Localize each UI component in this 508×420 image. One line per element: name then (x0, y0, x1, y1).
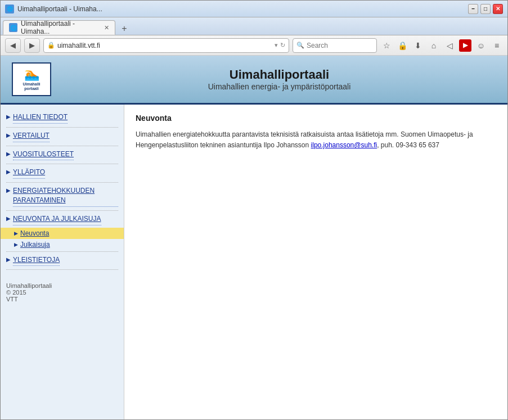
nav-link-hallien-tiedot[interactable]: HALLIEN TIEDOT (13, 112, 68, 124)
download-icon[interactable]: ⬇ (412, 39, 424, 52)
nav-divider-5 (6, 210, 118, 211)
search-bar-container: 🔍 (293, 38, 377, 53)
tab-label: Uimahalliportaali - Uimaha... (21, 20, 101, 35)
sidebar-sub-item-neuvonta[interactable]: ▶ Neuvonta (1, 228, 124, 239)
back-button[interactable]: ◀ (5, 38, 21, 53)
main-layout: ▶ HALLIEN TIEDOT ▶ VERTAILUT ▶ VUOSITULO… (1, 105, 507, 419)
content-text-part2: , puh. 09-343 65 637 (377, 141, 439, 149)
title-bar: 🌐 Uimahalliportaali - Uimaha... – □ ✕ (1, 1, 507, 17)
dropdown-arrow-icon[interactable]: ▾ (275, 42, 278, 49)
menu-icon[interactable]: ≡ (491, 39, 503, 52)
tab-0[interactable]: 🌐 Uimahalliportaali - Uimaha... ✕ (3, 20, 115, 35)
email-link[interactable]: ilpo.johansson@suh.fi (311, 141, 377, 149)
footer-author: VTT (6, 296, 118, 302)
site-title: Uimahalliportaali (62, 67, 496, 82)
minimize-button[interactable]: – (468, 4, 478, 14)
bookmark-icon[interactable]: ☆ (380, 39, 393, 52)
window-title: Uimahalliportaali - Uimaha... (17, 5, 102, 13)
site-title-area: Uimahalliportaali Uimahallien energia- j… (62, 67, 496, 91)
nav-divider-3 (6, 164, 118, 164)
address-input[interactable] (57, 42, 272, 49)
maximize-button[interactable]: □ (480, 4, 491, 14)
sub-link-neuvonta[interactable]: Neuvonta (20, 229, 49, 237)
logo-text: 🏊 Uimahalliportaali (23, 67, 40, 91)
navigation-bar: ◀ ▶ 🔒 ▾ ↻ 🔍 ☆ 🔒 ⬇ ⌂ ◁ ▶ ☺ ≡ (1, 35, 507, 56)
title-bar-left: 🌐 Uimahalliportaali - Uimaha... (5, 4, 102, 13)
sidebar-item-yllapito[interactable]: ▶ YLLÄPITO (1, 165, 124, 181)
site-logo: 🏊 Uimahalliportaali (12, 62, 51, 96)
home-icon[interactable]: ⌂ (428, 39, 440, 52)
sub-arrow-icon: ▶ (14, 231, 18, 236)
nav-divider-1 (6, 127, 118, 128)
sidebar-item-yleistietoja[interactable]: ▶ YLEISTIETOJA (1, 253, 124, 269)
refresh-icon[interactable]: ↻ (280, 42, 285, 49)
sidebar-item-vuositulosteet[interactable]: ▶ VUOSITULOSTEET (1, 147, 124, 163)
tab-bar: 🌐 Uimahalliportaali - Uimaha... ✕ + (1, 17, 507, 35)
sidebar: ▶ HALLIEN TIEDOT ▶ VERTAILUT ▶ VUOSITULO… (1, 105, 124, 419)
red-button-icon[interactable]: ▶ (459, 39, 471, 52)
site-subtitle: Uimahallien energia- ja ympäristöportaal… (62, 82, 496, 91)
footer-copyright: © 2015 (6, 289, 118, 296)
main-content: Neuvonta Uimahallien energiatehokkuutta … (124, 105, 507, 419)
nav-arrow-icon: ▶ (6, 114, 11, 120)
nav-divider-7 (6, 269, 118, 270)
smiley-icon[interactable]: ☺ (475, 39, 487, 52)
search-icon: 🔍 (296, 42, 304, 49)
nav-link-vuositulosteet[interactable]: VUOSITULOSTEET (13, 150, 74, 161)
footer-brand: Uimahalliportaali (6, 282, 118, 289)
sub-link-julkaisuja[interactable]: Julkaisuja (20, 241, 50, 249)
security-icon[interactable]: 🔒 (396, 39, 408, 52)
nav-arrow-icon: ▶ (6, 132, 11, 138)
content-title: Neuvonta (136, 114, 496, 123)
nav-arrow-icon: ▶ (6, 187, 11, 193)
tab-close-button[interactable]: ✕ (104, 24, 109, 31)
logo-label: Uimahalliportaali (23, 82, 40, 92)
nav-arrow-icon: ▶ (6, 215, 11, 222)
sidebar-footer: Uimahalliportaali © 2015 VTT (1, 276, 124, 309)
sidebar-sub-item-julkaisuja[interactable]: ▶ Julkaisuja (1, 239, 124, 250)
close-button[interactable]: ✕ (493, 4, 503, 14)
sub-arrow-icon: ▶ (14, 242, 18, 247)
nav-link-energiatehokkuuden-parantaminen[interactable]: ENERGIATEHOKKUUDEN PARANTAMINEN (13, 186, 118, 207)
sidebar-item-neuvonta-ja-julkaisuja[interactable]: ▶ NEUVONTA JA JULKAISUJA (1, 212, 124, 228)
tab-favicon: 🌐 (9, 23, 17, 32)
address-bar-container: 🔒 ▾ ↻ (43, 38, 289, 53)
nav-link-vertailut[interactable]: VERTAILUT (13, 131, 50, 142)
new-tab-button[interactable]: + (118, 22, 131, 35)
browser-content: 🏊 Uimahalliportaali Uimahalliportaali Ui… (1, 56, 507, 419)
nav-arrow-icon: ▶ (6, 169, 11, 175)
nav-arrow-icon: ▶ (6, 151, 11, 157)
search-input[interactable] (307, 42, 363, 49)
forward-button[interactable]: ▶ (24, 38, 40, 53)
sidebar-item-energiatehokkuuden-parantaminen[interactable]: ▶ ENERGIATEHOKKUUDEN PARANTAMINEN (1, 184, 124, 209)
back-nav-icon[interactable]: ◁ (443, 39, 456, 52)
window-controls: – □ ✕ (468, 4, 503, 14)
swim-icon: 🏊 (23, 67, 40, 82)
browser-icon: 🌐 (5, 4, 14, 13)
sidebar-item-vertailut[interactable]: ▶ VERTAILUT (1, 129, 124, 144)
site-header: 🏊 Uimahalliportaali Uimahalliportaali Ui… (1, 56, 507, 105)
nav-arrow-icon: ▶ (6, 256, 11, 263)
nav-link-yleistietoja[interactable]: YLEISTIETOJA (13, 255, 60, 267)
lock-icon: 🔒 (47, 42, 55, 49)
nav-link-yllapito[interactable]: YLLÄPITO (13, 168, 45, 179)
content-body: Uimahallien energiatehokkuutta parantavi… (136, 129, 496, 151)
nav-divider-6 (6, 251, 118, 252)
sidebar-item-hallien-tiedot[interactable]: ▶ HALLIEN TIEDOT (1, 110, 124, 126)
nav-divider-2 (6, 146, 118, 146)
nav-icon-group: ☆ 🔒 ⬇ ⌂ ◁ ▶ ☺ ≡ (380, 39, 503, 52)
nav-divider-4 (6, 182, 118, 183)
nav-link-neuvonta-ja-julkaisuja[interactable]: NEUVONTA JA JULKAISUJA (13, 214, 101, 225)
browser-window: 🌐 Uimahalliportaali - Uimaha... – □ ✕ 🌐 … (0, 0, 508, 420)
